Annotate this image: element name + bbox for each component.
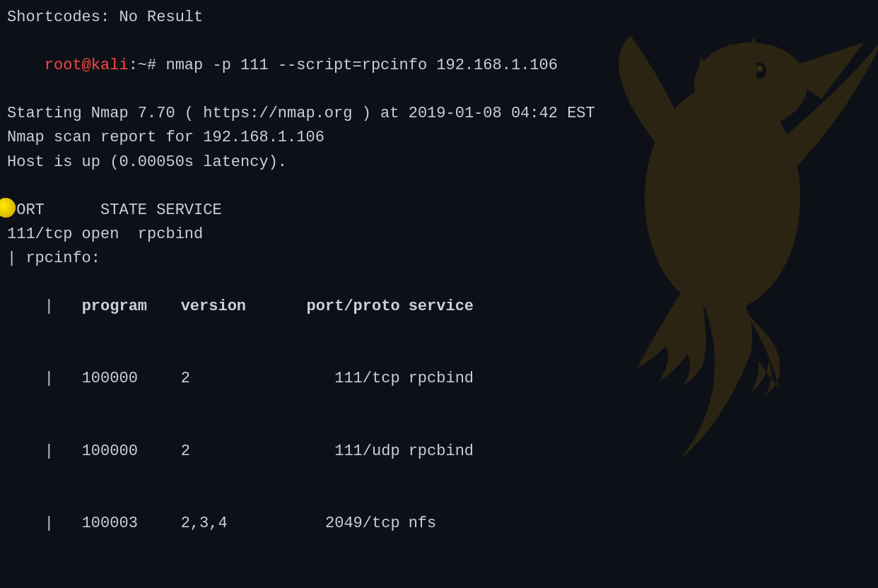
table-row: | 1000032,3,42049/tcpnfs	[7, 488, 871, 560]
command-line: root@kali:~# nmap -p 111 --script=rpcinf…	[7, 30, 871, 102]
col-headers-line: | programversionport/protoservice	[7, 271, 871, 343]
blank-line-1	[7, 175, 871, 199]
prompt-user: root@kali	[45, 57, 129, 74]
table-row: | 1000002111/tcprpcbind	[7, 343, 871, 415]
host-up-line: Host is up (0.00050s latency).	[7, 151, 871, 175]
nmap-report-line: Nmap scan report for 192.168.1.106	[7, 126, 871, 150]
shortcodes-line: Shortcodes: No Result	[7, 6, 871, 30]
port-line: 111/tcp open rpcbind	[7, 223, 871, 247]
starting-nmap-line: Starting Nmap 7.70 ( https://nmap.org ) …	[7, 102, 871, 126]
terminal-window: Shortcodes: No Result root@kali:~# nmap …	[0, 0, 878, 588]
table-header-line: PORT STATE SERVICE	[7, 199, 871, 223]
prompt-path: :~#	[129, 57, 166, 74]
table-row: | 1000032,3,42049/udpnfs	[7, 560, 871, 588]
rpcinfo-label-line: | rpcinfo:	[7, 247, 871, 271]
command-text: nmap -p 111 --script=rpcinfo 192.168.1.1…	[165, 57, 558, 74]
table-row: | 1000002111/udprpcbind	[7, 416, 871, 488]
